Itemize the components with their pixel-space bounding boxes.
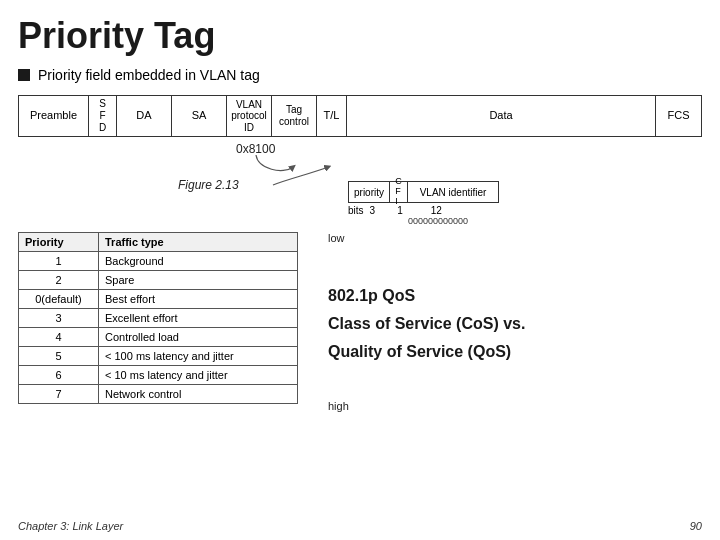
frame-cell-data: Data (347, 96, 656, 136)
cell-priority: 4 (19, 328, 99, 347)
frame-cell-sa: SA (172, 96, 227, 136)
footer: Chapter 3: Link Layer 90 (0, 520, 720, 532)
col-traffic-type: Traffic type (99, 233, 298, 252)
arrow-svg: 0x8100 Figure 2.13 (18, 139, 502, 199)
hex-label-svg: 0x8100 (236, 142, 276, 156)
frame-diagram: Preamble S F D DA SA VLAN protocol ID Ta… (18, 95, 702, 199)
bullet-text: Priority field embedded in VLAN tag (38, 67, 260, 83)
page-title: Priority Tag (18, 15, 702, 57)
cell-traffic-type: Spare (99, 271, 298, 290)
main-content: Priority Traffic type 1Background2Spare0… (18, 232, 702, 412)
table-row: 4Controlled load (19, 328, 298, 347)
cell-traffic-type: Best effort (99, 290, 298, 309)
frame-cell-da: DA (117, 96, 172, 136)
col-priority: Priority (19, 233, 99, 252)
table-row: 1Background (19, 252, 298, 271)
table-row: 2Spare (19, 271, 298, 290)
frame-cell-tag-control: Tag control (272, 96, 317, 136)
frame-cell-tl: T/L (317, 96, 347, 136)
cell-priority: 7 (19, 385, 99, 404)
cell-priority: 1 (19, 252, 99, 271)
figure-caption-svg: Figure 2.13 (178, 178, 239, 192)
frame-cell-vlan-proto: VLAN protocol ID (227, 96, 272, 136)
cell-priority: 3 (19, 309, 99, 328)
table-row: 7Network control (19, 385, 298, 404)
footer-right: 90 (690, 520, 702, 532)
table-row: 3Excellent effort (19, 309, 298, 328)
bits-row: bits 3 1 12 (348, 205, 499, 216)
table-header-row: Priority Traffic type (19, 233, 298, 252)
bits-12: 12 (431, 205, 442, 216)
cell-priority: 6 (19, 366, 99, 385)
page: Priority Tag Priority field embedded in … (0, 0, 720, 540)
cell-traffic-type: Network control (99, 385, 298, 404)
table-row: 6< 10 ms latency and jitter (19, 366, 298, 385)
cell-traffic-type: Excellent effort (99, 309, 298, 328)
bits-1: 1 (397, 205, 403, 216)
bullet-row: Priority field embedded in VLAN tag (18, 67, 702, 83)
cell-traffic-type: < 100 ms latency and jitter (99, 347, 298, 366)
frame-row: Preamble S F D DA SA VLAN protocol ID Ta… (18, 95, 702, 137)
frame-cell-preamble: Preamble (19, 96, 89, 136)
cos-text: Class of Service (CoS) vs. (328, 315, 525, 333)
high-label: high (328, 400, 525, 412)
table-row: 0(default)Best effort (19, 290, 298, 309)
traffic-table: Priority Traffic type 1Background2Spare0… (18, 232, 298, 404)
low-label: low (328, 232, 525, 244)
bullet-icon (18, 69, 30, 81)
cell-traffic-type: < 10 ms latency and jitter (99, 366, 298, 385)
cell-priority: 5 (19, 347, 99, 366)
cell-traffic-type: Background (99, 252, 298, 271)
cell-traffic-type: Controlled load (99, 328, 298, 347)
table-row: 5< 100 ms latency and jitter (19, 347, 298, 366)
bits-label: bits (348, 205, 364, 216)
right-panel: low 802.1p QoS Class of Service (CoS) vs… (320, 232, 525, 412)
bits-pattern: 000000000000 (408, 216, 499, 226)
qos-text: Quality of Service (QoS) (328, 343, 525, 361)
frame-cell-sfd: S F D (89, 96, 117, 136)
qos-heading: 802.1p QoS (328, 287, 525, 305)
footer-left: Chapter 3: Link Layer (18, 520, 123, 532)
frame-cell-fcs: FCS (656, 96, 701, 136)
cell-priority: 2 (19, 271, 99, 290)
cell-priority: 0(default) (19, 290, 99, 309)
traffic-table-wrapper: Priority Traffic type 1Background2Spare0… (18, 232, 308, 412)
bits-3: 3 (370, 205, 376, 216)
